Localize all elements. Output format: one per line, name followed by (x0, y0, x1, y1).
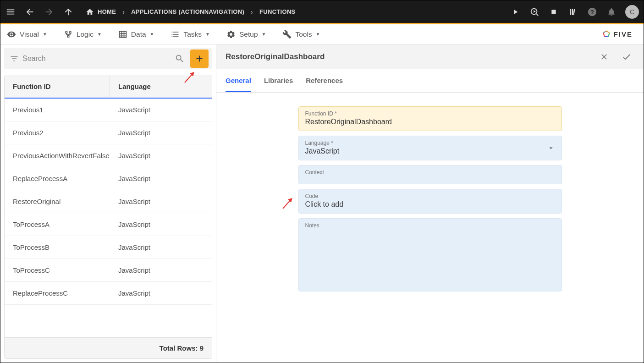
breadcrumb-functions[interactable]: FUNCTIONS (259, 8, 296, 15)
table-footer: Total Rows: 9 (5, 337, 212, 358)
search-input[interactable] (22, 55, 171, 63)
back-icon[interactable] (24, 6, 35, 17)
chevron-down-icon: ▼ (205, 32, 210, 37)
svg-line-1 (537, 14, 539, 16)
menubar: Visual ▼ Logic ▼ Data ▼ Tasks ▼ Setup ▼ … (0, 24, 644, 44)
svg-rect-2 (551, 10, 556, 14)
code-field[interactable]: Code Click to add (298, 189, 562, 214)
table-row[interactable]: RestoreOriginalJavaScript (5, 190, 212, 213)
table-row[interactable]: Previous2JavaScript (5, 121, 212, 144)
run-search-icon[interactable] (529, 6, 540, 17)
table-row[interactable]: ToProcessBJavaScript (5, 236, 212, 259)
left-pane: Function ID Language Previous1JavaScript… (0, 44, 216, 363)
eye-icon (7, 30, 16, 39)
tab-general[interactable]: General (226, 69, 251, 92)
table-row[interactable]: ReplaceProcessAJavaScript (5, 167, 212, 190)
gear-icon (226, 30, 236, 39)
chevron-right-icon: › (251, 8, 253, 16)
right-pane: RestoreOriginalDashboard General Librari… (216, 44, 644, 363)
chevron-down-icon (547, 144, 555, 152)
field-label: Function ID * (305, 110, 555, 117)
up-icon[interactable] (63, 6, 74, 17)
breadcrumb: HOME › APPLICATIONS (ACTIONNAVIGATION) ›… (86, 8, 296, 16)
table-row[interactable]: ReplaceProcessCJavaScript (5, 282, 212, 305)
menu-tasks[interactable]: Tasks ▼ (171, 30, 210, 39)
field-label: Notes (305, 222, 555, 229)
breadcrumb-home[interactable]: HOME (86, 8, 116, 16)
table-body: Previous1JavaScript Previous2JavaScript … (5, 99, 212, 337)
chevron-down-icon: ▼ (43, 32, 47, 37)
table-row[interactable]: Previous1JavaScript (5, 99, 212, 121)
add-button[interactable] (190, 50, 209, 68)
field-value: RestoreOriginalDashboard (305, 118, 555, 126)
plus-icon (194, 54, 204, 64)
breadcrumb-label: HOME (98, 8, 116, 15)
tasks-icon (171, 30, 180, 39)
menu-label: Data (131, 30, 146, 38)
chevron-down-icon: ▼ (316, 32, 320, 37)
breadcrumb-applications[interactable]: APPLICATIONS (ACTIONNAVIGATION) (131, 8, 244, 15)
annotation-arrow-icon (282, 196, 296, 209)
filter-icon[interactable] (10, 54, 19, 63)
chevron-down-icon: ▼ (262, 32, 266, 37)
field-label: Code (305, 193, 555, 199)
menu-label: Visual (20, 30, 39, 38)
avatar-letter: C (630, 8, 634, 16)
topbar: HOME › APPLICATIONS (ACTIONNAVIGATION) ›… (0, 0, 644, 24)
column-header-lang[interactable]: Language (110, 75, 212, 98)
logic-icon (64, 30, 73, 39)
form: Function ID * RestoreOriginalDashboard L… (216, 93, 644, 305)
function-table: Function ID Language Previous1JavaScript… (4, 75, 212, 359)
search-icon[interactable] (175, 54, 185, 64)
menu-toggle-icon[interactable] (5, 6, 16, 17)
menu-tools[interactable]: Tools ▼ (282, 30, 320, 39)
play-icon[interactable] (510, 6, 521, 17)
context-field[interactable]: Context (298, 165, 562, 184)
function-id-field[interactable]: Function ID * RestoreOriginalDashboard (298, 106, 562, 131)
main: Function ID Language Previous1JavaScript… (0, 44, 644, 363)
library-icon[interactable] (567, 6, 578, 17)
language-field[interactable]: Language * JavaScript (298, 136, 562, 160)
confirm-button[interactable] (619, 49, 634, 65)
close-button[interactable] (597, 50, 611, 64)
field-label: Context (305, 169, 555, 176)
avatar[interactable]: C (625, 5, 639, 19)
svg-text:?: ? (590, 8, 594, 15)
help-icon[interactable]: ? (587, 6, 598, 17)
breadcrumb-label: APPLICATIONS (ACTIONNAVIGATION) (131, 8, 244, 15)
table-row[interactable]: PreviousActionWithRevertFalseJavaScript (5, 144, 212, 167)
field-value: Click to add (305, 200, 555, 209)
detail-header: RestoreOriginalDashboard (216, 44, 644, 69)
chevron-down-icon: ▼ (150, 32, 154, 37)
menu-visual[interactable]: Visual ▼ (7, 30, 47, 39)
table-row[interactable]: ToProcessCJavaScript (5, 259, 212, 282)
notifications-icon[interactable] (606, 6, 617, 17)
menu-logic[interactable]: Logic ▼ (64, 30, 102, 39)
tab-libraries[interactable]: Libraries (264, 69, 293, 92)
table-row[interactable]: ToProcessAJavaScript (5, 213, 212, 236)
brand-text: FIVE (614, 30, 633, 38)
forward-icon[interactable] (44, 6, 55, 17)
chevron-down-icon: ▼ (97, 32, 102, 37)
page-title: RestoreOriginalDashboard (226, 52, 589, 61)
menu-label: Logic (77, 30, 94, 38)
column-header-id[interactable]: Function ID (5, 75, 110, 98)
tabs: General Libraries References (216, 69, 644, 93)
notes-field[interactable]: Notes (298, 218, 562, 292)
menu-label: Tasks (183, 30, 202, 38)
stop-icon[interactable] (548, 6, 559, 17)
field-value: JavaScript (305, 147, 555, 155)
menu-data[interactable]: Data ▼ (118, 30, 154, 39)
tab-references[interactable]: References (306, 69, 343, 92)
table-header: Function ID Language (5, 75, 212, 99)
home-icon (86, 8, 94, 16)
table-icon (118, 30, 127, 39)
menu-label: Setup (239, 30, 258, 38)
field-label: Language * (305, 140, 555, 146)
menu-setup[interactable]: Setup ▼ (226, 30, 266, 39)
logo-icon (602, 30, 611, 39)
breadcrumb-label: FUNCTIONS (259, 8, 296, 15)
search-bar (4, 48, 212, 69)
menu-label: Tools (295, 30, 312, 38)
chevron-right-icon: › (122, 8, 125, 16)
